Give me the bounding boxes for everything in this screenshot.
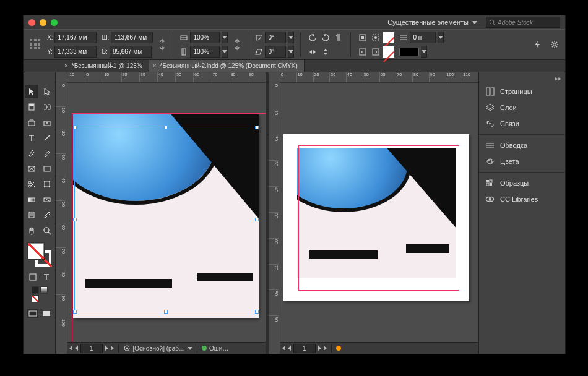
gradient-swatch-tool[interactable] [25,193,38,207]
stroke-style-swatch[interactable] [399,48,419,56]
format-text-button[interactable] [41,272,51,282]
content-placer-tool[interactable] [40,116,54,129]
horizontal-ruler[interactable]: -100102030405060708090 [67,72,266,83]
minimize-window-button[interactable] [40,19,46,26]
scale-x-dd[interactable] [222,32,228,43]
select-container-button[interactable] [357,32,368,43]
pasteboard-2[interactable] [280,83,478,341]
panel-layers[interactable]: Слои [479,100,565,116]
shear-dd[interactable] [288,46,294,58]
select-next-button[interactable] [370,46,381,58]
flip-v-button[interactable] [320,46,331,58]
scale-y-dd[interactable] [222,46,228,58]
direct-selection-tool[interactable] [40,85,54,98]
scale-y-field[interactable]: 100% [190,46,220,58]
flip-h-button[interactable] [307,46,318,58]
document-tab-2[interactable]: ×*Безымянный-2.indd @ 125% (Document CMY… [149,59,305,72]
settings-icon[interactable] [549,39,560,50]
panel-stroke[interactable]: Обводка [479,137,565,153]
document-view-2[interactable]: 0102030405060708090100110 01020304050607… [269,72,478,354]
zoom-tool[interactable] [40,224,54,237]
rotate-dd[interactable] [288,32,294,43]
select-content-button[interactable] [370,32,381,43]
quick-apply-icon[interactable] [532,39,543,50]
maximize-window-button[interactable] [51,19,58,26]
next-page-icon[interactable] [105,346,108,351]
document-tab-1[interactable]: ×*Безымянный-1 @ 125% [61,59,149,72]
panel-pages[interactable]: Страницы [479,83,565,100]
prev-page-icon[interactable] [288,346,291,351]
pen-tool[interactable] [25,147,38,160]
vertical-ruler[interactable]: 0102030405060708090 [269,83,279,341]
selection-frame[interactable] [74,127,257,312]
height-field[interactable]: 85,667 мм [110,46,152,58]
gap-tool[interactable] [40,100,54,114]
prev-page-icon[interactable] [75,346,78,351]
pencil-tool[interactable] [40,147,54,160]
line-tool[interactable] [40,131,54,145]
constrain-scale-icon[interactable] [233,35,241,54]
hand-tool[interactable] [25,224,38,237]
rotate-field[interactable]: 0° [265,32,286,43]
workspace-dropdown[interactable]: Существенные элементы [385,17,480,27]
apply-none-button[interactable] [32,295,39,302]
next-page-icon[interactable] [318,346,321,351]
page-tool[interactable] [25,100,38,114]
pasteboard-1[interactable] [67,83,266,341]
first-page-icon[interactable] [69,346,72,351]
width-field[interactable]: 113,667 мм [111,32,153,43]
page-number-field[interactable]: 1 [80,344,103,353]
chevron-down-icon[interactable] [188,347,192,350]
y-field[interactable]: 17,333 мм [54,46,97,58]
panel-cc-libraries[interactable]: CC Libraries [479,191,565,207]
stroke-weight-dd[interactable] [438,32,444,43]
shear-field[interactable]: 0° [265,46,286,58]
panel-swatches[interactable]: Образцы [479,175,565,191]
last-page-icon[interactable] [111,346,114,351]
collapse-panels-icon[interactable]: ▸▸ [555,75,561,83]
fill-none-swatch[interactable] [383,32,394,43]
stroke-weight-field[interactable]: 0 пт [410,32,436,43]
content-collector-tool[interactable] [25,116,38,129]
first-page-icon[interactable] [282,346,285,351]
apply-gradient-button[interactable] [40,286,48,294]
preflight-label[interactable]: Оши… [209,345,228,352]
master-label[interactable]: [Основной] (раб… [133,345,185,352]
fill-proxy[interactable] [28,243,44,259]
rotate-cw-button[interactable] [320,32,331,43]
last-page-icon[interactable] [324,346,327,351]
search-adobe-stock[interactable]: Adobe Stock [486,17,560,28]
reference-point[interactable] [28,38,42,51]
vertical-ruler[interactable]: 0102030405060708090100 [56,83,66,341]
close-icon[interactable]: × [64,62,68,69]
rectangle-tool[interactable] [40,162,54,176]
scissors-tool[interactable] [25,177,38,191]
eyedropper-tool[interactable] [40,208,54,222]
select-prev-button[interactable] [357,46,368,58]
document-view-1[interactable]: -100102030405060708090 01020304050607080… [56,72,266,354]
paragraph-icon[interactable] [333,32,344,43]
free-transform-tool[interactable] [40,177,54,191]
apply-color-button[interactable] [32,286,39,294]
page-number-field[interactable]: 1 [293,344,316,353]
gradient-feather-tool[interactable] [40,193,54,207]
rectangle-frame-tool[interactable] [25,162,38,176]
rotate-ccw-button[interactable] [307,32,318,43]
horizontal-ruler[interactable]: 0102030405060708090100110 [280,72,478,83]
close-window-button[interactable] [28,19,35,26]
selection-tool[interactable] [25,85,38,98]
panel-links[interactable]: Связи [479,116,565,132]
stroke-style-dd[interactable] [421,46,427,58]
type-tool[interactable] [25,131,38,145]
preview-view-button[interactable] [41,309,52,318]
fill-stroke-proxy[interactable] [28,243,51,267]
stroke-none-swatch[interactable] [383,46,394,58]
close-icon[interactable]: × [153,62,157,69]
panel-color[interactable]: Цвета [479,153,565,169]
x-field[interactable]: 17,167 мм [54,32,97,43]
scale-x-field[interactable]: 100% [190,32,220,43]
constrain-wh-icon[interactable] [158,35,166,54]
normal-view-button[interactable] [27,309,38,318]
note-tool[interactable] [25,208,38,222]
format-container-button[interactable] [28,272,38,282]
